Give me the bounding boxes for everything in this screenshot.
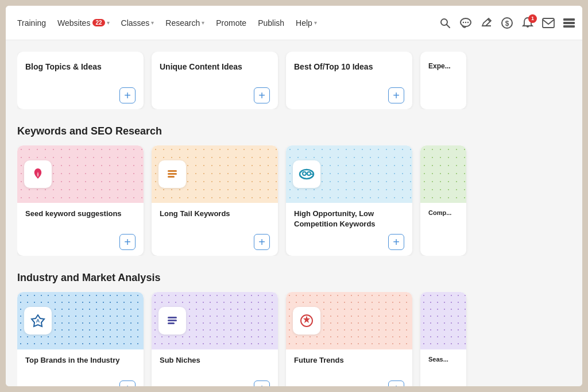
svg-text:A: A — [36, 318, 40, 324]
nav-item-websites[interactable]: Websites 22 ▾ — [53, 15, 114, 31]
card-image-trends — [286, 292, 412, 349]
nav-item-classes[interactable]: Classes ▾ — [117, 15, 159, 31]
menu-icon[interactable] — [563, 17, 575, 29]
add-button[interactable]: + — [254, 234, 270, 250]
svg-rect-14 — [168, 170, 177, 172]
card-partial-comp[interactable]: Comp... — [420, 145, 466, 256]
add-button[interactable]: + — [119, 87, 136, 103]
card-label: Seas... — [428, 355, 458, 376]
card-icon-wrap-trends — [293, 307, 320, 335]
svg-rect-22 — [168, 317, 177, 318]
card-high-opportunity[interactable]: High Opportunity, Low Competition Keywor… — [286, 145, 412, 256]
add-button[interactable]: + — [119, 381, 136, 386]
add-button[interactable]: + — [254, 87, 270, 103]
nav-label-help: Help — [296, 18, 312, 28]
card-partial-expe[interactable]: Expe... — [420, 52, 466, 109]
cards-row-blog: Blog Topics & Ideas + Unique Content Ide… — [17, 52, 571, 109]
card-body: Seed keyword suggestions — [17, 203, 144, 232]
search-icon[interactable] — [439, 17, 451, 29]
card-body: Long Tail Keywords — [152, 203, 278, 232]
card-footer: + — [17, 378, 144, 386]
svg-rect-15 — [168, 173, 177, 175]
nav-item-help[interactable]: Help ▾ — [291, 15, 322, 31]
websites-chevron: ▾ — [107, 20, 110, 26]
nav-right: $ 1 — [439, 17, 575, 29]
nav-label-classes: Classes — [121, 18, 150, 28]
cards-row-industry: A Top Brands in the Industry + — [17, 292, 571, 386]
svg-rect-12 — [563, 22, 575, 24]
svg-rect-23 — [168, 320, 177, 321]
content-area: Blog Topics & Ideas + Unique Content Ide… — [6, 40, 582, 386]
card-long-tail[interactable]: Long Tail Keywords + — [152, 145, 278, 256]
bell-icon[interactable]: 1 — [521, 17, 534, 29]
card-label: Seed keyword suggestions — [25, 209, 136, 229]
card-blog-topics-ideas[interactable]: Blog Topics & Ideas + — [17, 52, 144, 109]
card-top-brands[interactable]: A Top Brands in the Industry + — [17, 292, 144, 386]
section-keywords-seo: Keywords and SEO Research Seed keyword — [17, 125, 571, 256]
svg-point-19 — [307, 172, 311, 175]
card-footer: + — [160, 87, 270, 103]
card-body: Future Trends — [286, 349, 412, 378]
nav-label-research: Research — [165, 18, 200, 28]
card-body: High Opportunity, Low Competition Keywor… — [286, 203, 412, 232]
add-button[interactable]: + — [388, 381, 404, 386]
svg-rect-24 — [168, 322, 175, 324]
card-footer: + — [286, 232, 412, 250]
nav-item-research[interactable]: Research ▾ — [161, 15, 209, 31]
nav-label-publish: Publish — [258, 18, 284, 28]
card-icon-wrap-highop — [293, 160, 320, 188]
card-image-seed — [17, 145, 144, 203]
card-partial-seas[interactable]: Seas... — [420, 292, 466, 386]
card-future-trends[interactable]: Future Trends + — [286, 292, 412, 386]
card-label: Blog Topics & Ideas — [25, 62, 136, 80]
card-label: Comp... — [428, 209, 458, 229]
research-chevron: ▾ — [202, 20, 204, 26]
card-body: Comp... — [420, 203, 466, 232]
card-image-longtail — [152, 145, 278, 203]
card-image-partial — [420, 145, 466, 203]
add-button[interactable]: + — [388, 87, 404, 103]
card-body: Sub Niches — [152, 349, 278, 378]
svg-line-1 — [447, 25, 450, 28]
nav-item-training[interactable]: Training — [13, 15, 51, 31]
card-label: Best Of/Top 10 Ideas — [294, 62, 404, 80]
svg-point-18 — [303, 172, 306, 175]
card-footer: + — [25, 87, 136, 103]
dollar-icon[interactable]: $ — [501, 17, 513, 29]
card-best-of[interactable]: Best Of/Top 10 Ideas + — [286, 52, 412, 109]
chat-icon[interactable] — [459, 17, 472, 29]
nav-left: Training Websites 22 ▾ Classes ▾ Researc… — [13, 15, 322, 31]
nav-item-promote[interactable]: Promote — [211, 15, 251, 31]
card-image-highop — [286, 145, 412, 203]
app-frame: Training Websites 22 ▾ Classes ▾ Researc… — [6, 6, 582, 386]
card-body: Top Brands in the Industry — [17, 349, 144, 378]
add-button[interactable]: + — [388, 234, 404, 250]
card-label: Sub Niches — [160, 355, 270, 376]
websites-badge: 22 — [92, 19, 105, 26]
card-icon-wrap-subniches — [158, 307, 186, 335]
svg-point-5 — [467, 21, 469, 22]
card-footer: + — [152, 232, 278, 250]
navbar: Training Websites 22 ▾ Classes ▾ Researc… — [6, 6, 582, 40]
svg-text:$: $ — [505, 20, 509, 28]
cards-row-keywords: Seed keyword suggestions + — [17, 145, 571, 256]
nav-item-publish[interactable]: Publish — [253, 15, 289, 31]
svg-rect-13 — [563, 25, 575, 28]
card-sub-niches[interactable]: Sub Niches + — [152, 292, 278, 386]
mail-icon[interactable] — [542, 17, 555, 29]
nav-label-training: Training — [17, 18, 46, 28]
card-label: Top Brands in the Industry — [25, 355, 136, 376]
nav-label-promote: Promote — [216, 18, 246, 28]
svg-rect-16 — [168, 176, 175, 178]
svg-point-4 — [465, 21, 466, 22]
card-unique-content[interactable]: Unique Content Ideas + — [152, 52, 278, 109]
card-label: High Opportunity, Low Competition Keywor… — [294, 209, 404, 229]
edit-icon[interactable] — [480, 17, 493, 29]
add-button[interactable]: + — [254, 381, 270, 386]
card-seed-keywords[interactable]: Seed keyword suggestions + — [17, 145, 144, 256]
card-footer: + — [294, 87, 404, 103]
section-title-industry: Industry and Market Analysis — [17, 272, 571, 284]
card-label: Unique Content Ideas — [160, 62, 270, 80]
add-button[interactable]: + — [119, 234, 136, 250]
card-image-brands: A — [17, 292, 144, 349]
